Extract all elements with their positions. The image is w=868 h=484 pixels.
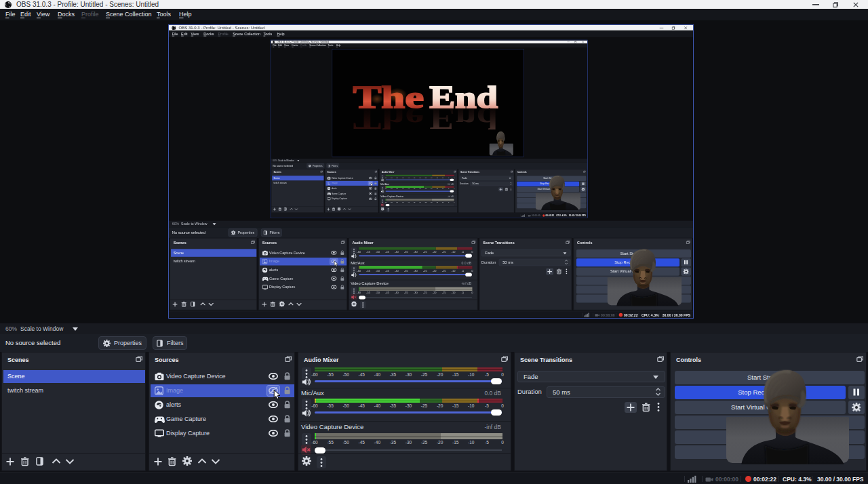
svg-text:End: End — [429, 101, 498, 136]
svg-text:The: The — [353, 101, 424, 136]
